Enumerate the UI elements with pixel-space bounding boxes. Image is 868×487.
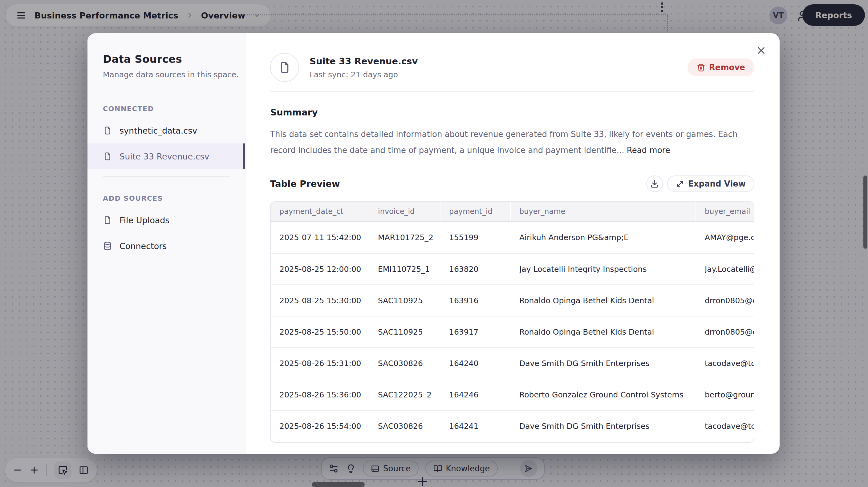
sidebar-item-label: synthetic_data.csv xyxy=(120,126,197,135)
cell-payment-date-ct: 2025-08-26 15:31:00 xyxy=(271,359,369,368)
data-sources-modal: Data Sources Manage data sources in this… xyxy=(88,33,780,454)
file-type-icon xyxy=(270,53,299,82)
cell-invoice-id: EMI110725_1 xyxy=(369,265,440,274)
cell-buyer-name: Ronaldo Opinga Bethel Kids Dental xyxy=(511,296,696,305)
database-icon xyxy=(103,241,112,251)
cell-buyer-email: Jay.Locatelli@ xyxy=(696,265,754,274)
sidebar-item-label: File Uploads xyxy=(120,216,169,225)
connected-section-label: CONNECTED xyxy=(103,105,245,113)
remove-button-label: Remove xyxy=(709,63,745,72)
cell-invoice-id: SAC122025_2 xyxy=(369,390,440,399)
table-preview-heading: Table Preview xyxy=(270,178,340,189)
sidebar-item-synthetic-data[interactable]: synthetic_data.csv xyxy=(88,118,245,143)
summary-text: This data set contains detailed informat… xyxy=(270,126,751,158)
read-more-link[interactable]: Read more xyxy=(627,145,670,155)
table-header-row: payment_date_ctinvoice_idpayment_idbuyer… xyxy=(271,202,754,222)
expand-view-button[interactable]: Expand View xyxy=(667,175,754,192)
cell-invoice-id: MAR101725_2 xyxy=(369,233,440,242)
table-row[interactable]: 2025-08-25 15:30:00 SAC110925 163916 Ron… xyxy=(271,285,754,316)
cell-payment-date-ct: 2025-08-26 15:54:00 xyxy=(271,422,369,431)
column-header[interactable]: buyer_name xyxy=(511,202,696,221)
cell-buyer-name: Ronaldo Opinga Bethel Kids Dental xyxy=(511,328,696,336)
cell-payment-id: 163916 xyxy=(440,296,511,305)
close-icon[interactable] xyxy=(756,45,766,56)
cell-payment-date-ct: 2025-08-25 12:00:00 xyxy=(271,265,369,274)
cell-invoice-id: SAC110925 xyxy=(369,296,440,305)
file-icon xyxy=(103,126,112,135)
table-row[interactable]: 2025-07-11 15:42:00 MAR101725_2 155199 A… xyxy=(271,222,754,253)
table-body: 2025-07-11 15:42:00 MAR101725_2 155199 A… xyxy=(271,222,754,442)
file-header: Suite 33 Revenue.csv Last sync: 21 days … xyxy=(270,53,754,82)
table-row[interactable]: 2025-08-25 15:50:00 SAC110925 163917 Ron… xyxy=(271,316,754,347)
file-icon xyxy=(103,152,112,161)
sidebar-item-label: Connectors xyxy=(120,241,167,251)
cell-payment-id: 155199 xyxy=(440,233,511,242)
last-sync-text: Last sync: 21 days ago xyxy=(310,70,418,79)
cell-buyer-email: tacodave@tc xyxy=(696,359,754,368)
cell-invoice-id: SAC110925 xyxy=(369,328,440,336)
cell-buyer-name: Dave Smith DG Smith Enterprises xyxy=(511,359,696,368)
cell-buyer-email: drron0805@c xyxy=(696,296,754,305)
cell-invoice-id: SAC030826 xyxy=(369,359,440,368)
modal-subtitle: Manage data sources in this space. xyxy=(103,70,245,79)
sidebar-item-connectors[interactable]: Connectors xyxy=(88,233,245,259)
sidebar-item-label: Suite 33 Revenue.csv xyxy=(120,152,210,161)
cell-payment-id: 163917 xyxy=(440,328,511,336)
table-row[interactable]: 2025-08-25 12:00:00 EMI110725_1 163820 J… xyxy=(271,253,754,285)
cell-buyer-email: tacodave@tc xyxy=(696,422,754,431)
cell-payment-id: 164240 xyxy=(440,359,511,368)
expand-icon xyxy=(676,180,684,188)
cell-buyer-name: Airikuh Anderson PG&amp;E xyxy=(511,233,696,242)
table-row[interactable]: 2025-08-26 15:54:00 SAC030826 164241 Dav… xyxy=(271,410,754,442)
cell-payment-id: 163820 xyxy=(440,265,511,274)
cell-invoice-id: SAC030826 xyxy=(369,422,440,431)
expand-view-label: Expand View xyxy=(688,179,746,188)
table-row[interactable]: 2025-08-26 15:36:00 SAC122025_2 164246 R… xyxy=(271,379,754,410)
cell-buyer-email: drron0805@c xyxy=(696,328,754,336)
add-sources-section-label: ADD SOURCES xyxy=(103,195,245,202)
download-button[interactable] xyxy=(646,175,663,192)
remove-button[interactable]: Remove xyxy=(687,59,754,76)
summary-heading: Summary xyxy=(270,107,754,118)
cell-buyer-email: AMAY@pge.c xyxy=(696,233,754,242)
cell-buyer-name: Roberto Gonzalez Ground Control Systems xyxy=(511,390,696,399)
data-source-detail-panel: Suite 33 Revenue.csv Last sync: 21 days … xyxy=(246,33,780,454)
cell-buyer-email: berto@groun xyxy=(696,390,754,399)
cell-payment-date-ct: 2025-08-25 15:30:00 xyxy=(271,296,369,305)
sidebar-item-suite-33-revenue[interactable]: Suite 33 Revenue.csv xyxy=(88,143,245,169)
sidebar-divider xyxy=(103,176,230,177)
modal-title: Data Sources xyxy=(103,53,245,65)
data-sources-sidebar: Data Sources Manage data sources in this… xyxy=(88,33,246,454)
column-header[interactable]: payment_date_ct xyxy=(271,202,369,221)
trash-icon xyxy=(697,63,705,72)
cell-payment-date-ct: 2025-08-25 15:50:00 xyxy=(271,328,369,336)
column-header[interactable]: payment_id xyxy=(440,202,511,221)
cell-payment-date-ct: 2025-07-11 15:42:00 xyxy=(271,233,369,242)
table-preview-header: Table Preview Expand View xyxy=(270,175,754,192)
file-title: Suite 33 Revenue.csv xyxy=(310,56,418,66)
cell-buyer-name: Jay Locatelli Integrity Inspections xyxy=(511,265,696,274)
cell-buyer-name: Dave Smith DG Smith Enterprises xyxy=(511,422,696,431)
cell-payment-id: 164241 xyxy=(440,422,511,431)
column-header[interactable]: buyer_email xyxy=(696,202,754,221)
file-icon xyxy=(103,216,112,225)
table-row[interactable]: 2025-08-26 15:31:00 SAC030826 164240 Dav… xyxy=(271,347,754,379)
header-divider xyxy=(270,91,754,92)
column-header[interactable]: invoice_id xyxy=(369,202,440,221)
table-preview: payment_date_ctinvoice_idpayment_idbuyer… xyxy=(270,201,754,443)
cell-payment-date-ct: 2025-08-26 15:36:00 xyxy=(271,390,369,399)
cell-payment-id: 164246 xyxy=(440,390,511,399)
sidebar-item-file-uploads[interactable]: File Uploads xyxy=(88,207,245,233)
